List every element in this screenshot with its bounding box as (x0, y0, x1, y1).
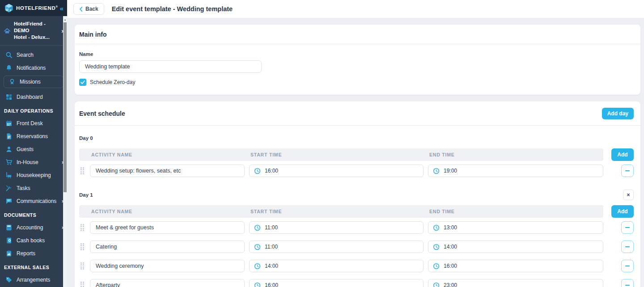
clock-icon (254, 282, 261, 287)
activity-name-input[interactable] (90, 260, 245, 272)
sidebar-item-label: Cash books (17, 237, 45, 244)
sidebar-item-label: Missions (20, 79, 41, 85)
sidebar-item-communications[interactable]: Communications› (0, 194, 67, 207)
end-time-input[interactable] (428, 165, 603, 177)
sidebar-item-label: Arrangements (17, 277, 50, 283)
activity-name-input[interactable] (90, 241, 245, 253)
activity-row (79, 241, 634, 253)
add-activity-button[interactable]: Add (611, 205, 634, 218)
activity-row (79, 260, 634, 272)
end-time-input[interactable] (428, 279, 603, 287)
column-end-time: END TIME (428, 209, 603, 214)
remove-activity-button[interactable] (621, 279, 634, 287)
day-label: Day 0 (79, 135, 93, 141)
remove-activity-button[interactable] (621, 165, 634, 177)
sidebar-item-label: Housekeeping (17, 172, 51, 178)
end-time-field[interactable] (428, 165, 603, 177)
drag-handle-icon[interactable] (80, 167, 84, 175)
sidebar-item-arrangements[interactable]: Arrangements (0, 273, 67, 286)
event-schedule-title: Event schedule (79, 110, 125, 117)
main-info-title: Main info (79, 31, 106, 38)
add-activity-button[interactable]: Add (611, 148, 634, 161)
clock-icon (433, 244, 440, 250)
app-root: H F HOTELFRIEND® « HotelFriend - DEMO Ho… (0, 0, 644, 287)
activity-row (79, 165, 634, 177)
start-time-field[interactable] (249, 221, 424, 234)
table-header-row: ACTIVITY NAME START TIME END TIME Add (79, 148, 634, 161)
person-icon (5, 146, 13, 153)
day-block: Day 1 × ACTIVITY NAME START TIME END TIM… (79, 190, 634, 287)
hotel-selector[interactable]: HotelFriend - DEMO Hotel - Delux... › (0, 16, 67, 46)
start-time-input[interactable] (250, 165, 423, 177)
end-time-input[interactable] (428, 260, 603, 272)
sidebar-item-tasks[interactable]: Tasks (0, 181, 67, 194)
calendar-icon (5, 120, 13, 127)
sidebar-item-label: Guests (17, 146, 34, 152)
column-start-time: START TIME (249, 209, 424, 214)
housekeeping-icon (5, 172, 13, 179)
sidebar-item-housekeeping[interactable]: Housekeeping (0, 169, 67, 181)
table-header-row: ACTIVITY NAME START TIME END TIME Add (79, 205, 634, 218)
start-time-input[interactable] (250, 241, 423, 253)
schedule-zero-day-checkbox[interactable]: Schedule Zero-day (79, 79, 634, 86)
end-time-field[interactable] (428, 260, 603, 272)
end-time-field[interactable] (428, 241, 603, 253)
end-time-input[interactable] (428, 222, 603, 233)
sidebar-item-reports[interactable]: Reports (0, 247, 67, 260)
svg-text:H: H (6, 8, 8, 12)
drag-handle-icon[interactable] (80, 262, 84, 270)
sidebar-item-label: In-House (17, 159, 38, 165)
back-button[interactable]: Back (73, 3, 104, 15)
sidebar-item-search[interactable]: Search (0, 48, 67, 61)
end-time-field[interactable] (428, 279, 603, 287)
cashbook-icon (5, 237, 13, 244)
sidebar-item-label: Reservations (17, 133, 48, 139)
sidebar-collapse-icon[interactable]: « (60, 5, 64, 12)
clock-icon (254, 244, 261, 250)
day-label: Day 1 (79, 192, 93, 198)
start-time-field[interactable] (249, 165, 424, 177)
logo-text: HOTELFRIEND® (16, 5, 58, 11)
sidebar-item-reservations[interactable]: Reservations (0, 130, 67, 143)
start-time-field[interactable] (249, 260, 424, 272)
sidebar-item-front-desk[interactable]: Front Desk (0, 117, 67, 130)
sidebar-scrollbar[interactable]: ▲ (63, 16, 67, 287)
template-name-input[interactable] (79, 60, 262, 73)
remove-activity-button[interactable] (621, 241, 634, 253)
column-activity-name: ACTIVITY NAME (90, 152, 245, 157)
add-day-button[interactable]: Add day (602, 108, 634, 119)
search-icon (5, 51, 13, 59)
sidebar-item-missions[interactable]: Missions (4, 76, 64, 88)
start-time-input[interactable] (250, 279, 423, 287)
remove-day-button[interactable]: × (623, 190, 634, 200)
activity-name-input[interactable] (90, 221, 245, 234)
start-time-input[interactable] (250, 222, 423, 233)
sidebar-item-dashboard[interactable]: Dashboard (0, 90, 67, 103)
sidebar-item-notifications[interactable]: Notifications (0, 61, 67, 74)
scroll-up-arrow-icon[interactable]: ▲ (63, 16, 67, 21)
remove-activity-button[interactable] (621, 221, 634, 234)
start-time-field[interactable] (249, 279, 424, 287)
sidebar-item-label: Search (17, 52, 34, 58)
start-time-field[interactable] (249, 241, 424, 253)
sidebar-item-guests[interactable]: Guests (0, 143, 67, 156)
day-block: Day 0 × ACTIVITY NAME START TIME END TIM… (79, 133, 634, 177)
sidebar-item-cash-books[interactable]: Cash books (0, 234, 67, 247)
start-time-input[interactable] (250, 260, 423, 272)
end-time-field[interactable] (428, 221, 603, 234)
scrollbar-thumb[interactable] (64, 22, 67, 192)
sidebar-item-accounting[interactable]: Accounting› (0, 221, 67, 234)
sidebar-item-in-house[interactable]: In-House› (0, 156, 67, 169)
activity-name-input[interactable] (90, 165, 245, 177)
sidebar-section-external-sales: EXTERNAL SALES (0, 260, 67, 273)
end-time-input[interactable] (428, 241, 603, 253)
clock-icon (433, 224, 440, 231)
drag-handle-icon[interactable] (80, 243, 84, 251)
checkbox-icon[interactable] (79, 79, 86, 86)
clock-icon (433, 263, 440, 270)
sidebar-item-label: Notifications (17, 65, 46, 71)
activity-name-input[interactable] (90, 279, 245, 287)
drag-handle-icon[interactable] (80, 282, 84, 287)
drag-handle-icon[interactable] (80, 224, 84, 232)
remove-activity-button[interactable] (621, 260, 634, 272)
